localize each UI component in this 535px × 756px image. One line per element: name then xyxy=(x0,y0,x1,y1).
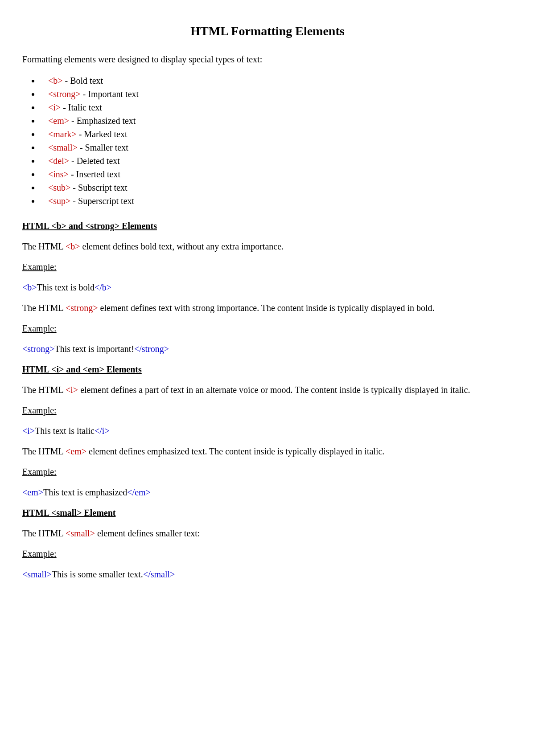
section-heading-small: HTML <small> Element xyxy=(22,507,513,519)
tag-desc: - Smaller text xyxy=(78,143,128,152)
close-tag: </b> xyxy=(95,282,111,292)
page-title: HTML Formatting Elements xyxy=(22,22,513,40)
inline-tag: <strong> xyxy=(66,303,98,313)
code-example: <strong>This text is important!</strong> xyxy=(22,343,513,355)
open-tag: <em> xyxy=(22,487,43,497)
tag-code: <sup> xyxy=(48,196,70,206)
list-item: <small> - Smaller text xyxy=(40,141,513,154)
example-label: Example: xyxy=(22,404,513,417)
code-example: <i>This text is italic</i> xyxy=(22,425,513,437)
inline-tag: <i> xyxy=(66,385,78,395)
example-label: Example: xyxy=(22,261,513,273)
inline-tag: <em> xyxy=(66,446,86,456)
close-tag: </em> xyxy=(127,487,151,497)
list-item: <i> - Italic text xyxy=(40,101,513,114)
list-item: <sub> - Subscript text xyxy=(40,181,513,194)
tag-code: <em> xyxy=(48,116,69,126)
paragraph: The HTML <strong> element defines text w… xyxy=(22,302,513,314)
list-item: <b> - Bold text xyxy=(40,74,513,87)
list-item: <em> - Emphasized text xyxy=(40,114,513,127)
inline-tag: <b> xyxy=(66,241,80,251)
list-item: <mark> - Marked text xyxy=(40,128,513,140)
tag-desc: - Emphasized text xyxy=(69,116,136,126)
inline-tag: <small> xyxy=(66,528,95,538)
tag-code: <b> xyxy=(48,76,63,86)
section-heading-b-strong: HTML <b> and <strong> Elements xyxy=(22,220,513,232)
list-item: <del> - Deleted text xyxy=(40,155,513,167)
tag-code: <i> xyxy=(48,102,61,112)
tag-code: <small> xyxy=(48,143,78,152)
paragraph: The HTML <b> element defines bold text, … xyxy=(22,240,513,253)
tag-desc: - Superscript text xyxy=(70,196,134,206)
close-tag: </strong> xyxy=(134,344,169,354)
code-example: <b>This text is bold</b> xyxy=(22,281,513,294)
tag-code: <del> xyxy=(48,156,69,166)
tag-code: <ins> xyxy=(48,169,69,179)
tag-code: <sub> xyxy=(48,183,70,192)
tag-desc: - Italic text xyxy=(61,102,102,112)
example-label: Example: xyxy=(22,322,513,335)
intro-text: Formatting elements were designed to dis… xyxy=(22,53,513,65)
tag-desc: - Bold text xyxy=(63,76,103,86)
paragraph: The HTML <em> element defines emphasized… xyxy=(22,445,513,458)
example-label: Example: xyxy=(22,548,513,560)
tag-desc: - Deleted text xyxy=(69,156,120,166)
code-text: This text is emphasized xyxy=(43,487,127,497)
close-tag: </small> xyxy=(143,569,175,579)
open-tag: <b> xyxy=(22,282,37,292)
code-text: This is some smaller text. xyxy=(52,569,143,579)
paragraph: The HTML <i> element defines a part of t… xyxy=(22,384,513,396)
elements-list: <b> - Bold text <strong> - Important tex… xyxy=(40,74,513,207)
code-text: This text is important! xyxy=(55,344,134,354)
tag-desc: - Marked text xyxy=(77,129,128,139)
section-heading-i-em: HTML <i> and <em> Elements xyxy=(22,363,513,376)
tag-desc: - Subscript text xyxy=(70,183,127,192)
example-label: Example: xyxy=(22,466,513,478)
list-item: <strong> - Important text xyxy=(40,88,513,100)
code-example: <em>This text is emphasized</em> xyxy=(22,486,513,499)
code-example: <small>This is some smaller text.</small… xyxy=(22,568,513,580)
code-text: This text is italic xyxy=(35,426,95,436)
open-tag: <small> xyxy=(22,569,52,579)
list-item: <ins> - Inserted text xyxy=(40,168,513,180)
open-tag: <strong> xyxy=(22,344,55,354)
tag-code: <mark> xyxy=(48,129,77,139)
tag-desc: - Inserted text xyxy=(69,169,120,179)
tag-code: <strong> xyxy=(48,89,81,99)
close-tag: </i> xyxy=(95,426,110,436)
paragraph: The HTML <small> element defines smaller… xyxy=(22,527,513,539)
code-text: This text is bold xyxy=(37,282,95,292)
tag-desc: - Important text xyxy=(81,89,139,99)
open-tag: <i> xyxy=(22,426,35,436)
list-item: <sup> - Superscript text xyxy=(40,195,513,207)
